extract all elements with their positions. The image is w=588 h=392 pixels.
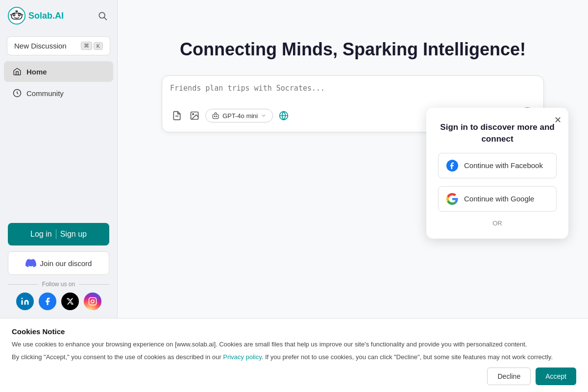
logo[interactable]: Solab.AI xyxy=(8,7,64,24)
svg-point-21 xyxy=(214,116,215,117)
google-btn-icon xyxy=(446,193,458,205)
accept-button[interactable]: Accept xyxy=(536,368,576,385)
google-login-button[interactable]: Continue with Google xyxy=(438,186,557,212)
attach-file-button[interactable] xyxy=(170,109,184,122)
follow-label: Follow us on xyxy=(8,281,109,288)
cookies-actions: Decline Accept xyxy=(12,368,576,385)
privacy-policy-link[interactable]: Privacy policy xyxy=(223,353,262,361)
shortcut-key1: ⌘ xyxy=(81,42,92,50)
svg-line-10 xyxy=(104,18,107,20)
svg-rect-4 xyxy=(15,10,18,12)
popup-title: Sign in to discover more and connect xyxy=(438,122,557,145)
auth-popup: ✕ Sign in to discover more and connect C… xyxy=(426,108,568,239)
discord-icon xyxy=(25,258,36,269)
community-icon xyxy=(13,89,22,98)
cookies-text2: By clicking "Accept," you consent to the… xyxy=(12,352,576,362)
sidebar-header: Solab.AI xyxy=(0,0,117,31)
linkedin-icon[interactable] xyxy=(16,293,34,310)
popup-or: OR xyxy=(438,220,557,227)
svg-point-6 xyxy=(19,14,20,15)
svg-point-5 xyxy=(14,14,15,15)
sidebar-item-community[interactable]: Community xyxy=(4,83,113,103)
svg-rect-12 xyxy=(21,300,23,305)
home-icon xyxy=(13,67,22,76)
instagram-icon[interactable] xyxy=(84,293,101,310)
hero-title: Connecting Minds, Sparking Intelligence! xyxy=(180,39,526,60)
shortcut-key2: K xyxy=(94,42,103,50)
popup-close-button[interactable]: ✕ xyxy=(554,115,562,125)
sidebar: Solab.AI New Discussion ⌘ K xyxy=(0,0,118,318)
logo-text: Solab.AI xyxy=(28,11,64,21)
facebook-btn-icon xyxy=(446,160,458,172)
discord-label: Join our discord xyxy=(40,259,92,268)
sidebar-item-community-label: Community xyxy=(26,89,64,98)
logo-icon xyxy=(8,7,25,24)
twitter-x-icon[interactable] xyxy=(61,293,79,310)
signup-label: Sign up xyxy=(60,230,87,239)
sidebar-item-home[interactable]: Home xyxy=(4,61,113,82)
cookies-banner: Cookies Notice We use cookies to enhance… xyxy=(0,318,588,392)
decline-button[interactable]: Decline xyxy=(487,368,531,385)
svg-point-0 xyxy=(8,7,25,24)
login-label: Log in xyxy=(30,230,52,239)
cookies-text1: We use cookies to enhance your browsing … xyxy=(12,340,576,349)
facebook-icon[interactable] xyxy=(39,293,56,310)
discord-button[interactable]: Join our discord xyxy=(8,251,109,275)
auth-button[interactable]: Log in Sign up xyxy=(8,223,109,245)
new-discussion-button[interactable]: New Discussion ⌘ K xyxy=(7,36,110,55)
new-discussion-label: New Discussion xyxy=(14,42,67,50)
search-button[interactable] xyxy=(96,9,109,23)
globe-icon xyxy=(279,111,289,121)
chat-input[interactable] xyxy=(170,84,536,101)
sidebar-bottom: Log in Sign up Join our discord Follow u… xyxy=(0,215,117,318)
facebook-login-label: Continue with Facebook xyxy=(464,161,543,170)
main-content: Connecting Minds, Sparking Intelligence! xyxy=(118,0,588,318)
image-icon xyxy=(190,111,199,121)
globe-button[interactable] xyxy=(277,109,291,122)
follow-section: Follow us on xyxy=(8,281,109,310)
svg-rect-20 xyxy=(213,114,219,119)
model-selector[interactable]: GPT-4o mini xyxy=(205,109,273,122)
svg-point-19 xyxy=(193,114,194,115)
svg-point-15 xyxy=(91,300,94,303)
svg-point-22 xyxy=(216,116,217,117)
svg-rect-14 xyxy=(89,298,96,305)
cookies-title: Cookies Notice xyxy=(12,327,576,336)
sidebar-item-home-label: Home xyxy=(26,68,47,76)
model-icon xyxy=(212,112,220,120)
svg-point-16 xyxy=(94,299,95,300)
shortcut-keys: ⌘ K xyxy=(81,42,103,50)
facebook-login-button[interactable]: Continue with Facebook xyxy=(438,153,557,178)
chevron-down-icon xyxy=(261,113,267,119)
social-icons xyxy=(8,293,109,310)
attach-image-button[interactable] xyxy=(188,109,201,122)
auth-divider xyxy=(56,229,56,239)
svg-point-13 xyxy=(21,298,23,299)
sidebar-nav: Home Community xyxy=(0,60,117,104)
file-icon xyxy=(172,111,182,121)
model-label: GPT-4o mini xyxy=(222,112,258,120)
google-login-label: Continue with Google xyxy=(464,195,534,203)
